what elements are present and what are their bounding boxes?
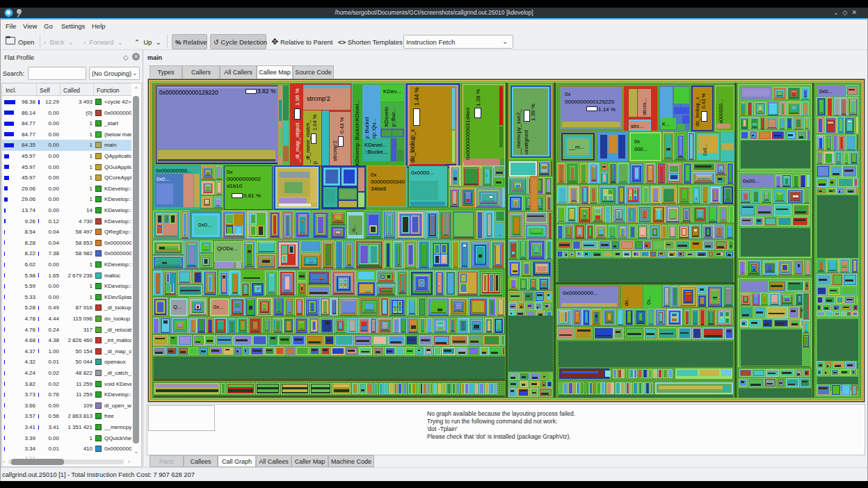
- svg-text:KDev...: KDev...: [383, 88, 401, 95]
- svg-text:0x0000000000129220: 0x0000000000129220: [159, 89, 218, 96]
- svg-text:1.39 %: 1.39 %: [530, 104, 536, 121]
- svg-text:0x0000...: 0x0000...: [411, 170, 434, 176]
- svg-text:00000000340: 00000000340: [371, 179, 405, 185]
- svg-text:0x...: 0x...: [646, 295, 651, 304]
- svg-text:1.96 %: 1.96 %: [294, 88, 300, 106]
- svg-text:0.43 %: 0.43 %: [701, 93, 706, 108]
- svg-text:0x0...: 0x0...: [198, 222, 212, 228]
- svg-text:0x0...: 0x0...: [702, 144, 707, 156]
- svg-text:KDevel...: KDevel...: [364, 142, 387, 148]
- svg-text:1.28 %: 1.28 %: [475, 89, 481, 106]
- svg-text:unaligned: unaligned: [523, 130, 529, 154]
- svg-text:0x: 0x: [227, 169, 232, 175]
- svg-text:strcmp'2: strcmp'2: [332, 140, 338, 161]
- svg-text:0x: 0x: [371, 172, 376, 178]
- svg-text:0x0...: 0x0...: [156, 176, 169, 182]
- svg-text:_in...: _in...: [351, 225, 357, 236]
- svg-text:0x00000000031d4e0: 0x00000000031d4e0: [465, 107, 471, 160]
- svg-text:0x: 0x: [634, 138, 640, 145]
- svg-text:_dl_map_object: _dl_map_object: [294, 122, 300, 163]
- svg-text:do...: do...: [624, 296, 629, 306]
- svg-text:strc...: strc...: [631, 123, 643, 129]
- svg-text:0x000000...: 0x000000...: [718, 99, 724, 127]
- svg-text:3.82 %: 3.82 %: [257, 88, 276, 95]
- svg-text:::Bucke...: ::Bucke...: [364, 149, 387, 155]
- svg-text:__memcpy_sse2_: __memcpy_sse2_: [515, 109, 522, 155]
- svg-text:p::Buc...: p::Buc...: [390, 107, 396, 127]
- svg-text:d1b10: d1b10: [227, 183, 243, 189]
- svg-text:34be8: 34be8: [371, 186, 387, 192]
- svg-text:1.44 %: 1.44 %: [413, 87, 420, 106]
- svg-text:0.43 %: 0.43 %: [339, 117, 345, 133]
- svg-text:strcm...: strcm...: [641, 98, 648, 115]
- svg-text:_dl_name_match_: _dl_name_match_: [305, 119, 311, 163]
- svg-text:1.14 %: 1.14 %: [598, 106, 616, 113]
- svg-text:0x0...: 0x0...: [819, 88, 832, 95]
- svg-text:000...: 000...: [634, 146, 648, 152]
- svg-text:0x000000000...: 0x000000000...: [156, 168, 192, 174]
- svg-text:do_lookup_x: do_lookup_x: [694, 97, 700, 127]
- svg-text:0x00...: 0x00...: [743, 178, 760, 184]
- svg-text:do_lookup_x: do_lookup_x: [409, 129, 416, 163]
- svg-text:0x00000000...: 0x00000000...: [563, 290, 598, 296]
- svg-text:00000000002: 00000000002: [227, 176, 261, 182]
- svg-text:0000000000129220: 0000000000129220: [565, 99, 615, 105]
- svg-text:KDevelop::Bucket<KDevel...: KDevelop::Bucket<KDevel...: [354, 100, 360, 165]
- svg-text:__m...: __m...: [568, 144, 584, 150]
- svg-text:0x: 0x: [565, 91, 570, 97]
- svg-text:1.04 %: 1.04 %: [312, 114, 318, 131]
- svg-text:Q...: Q...: [173, 304, 182, 310]
- svg-text:K...: K...: [662, 121, 670, 127]
- svg-text:QIODe...: QIODe...: [217, 245, 238, 252]
- svg-text:strcmp'2: strcmp'2: [307, 95, 330, 102]
- svg-text:0.61 %: 0.61 %: [243, 193, 261, 199]
- svg-text:p: p: [312, 161, 318, 164]
- svg-text:0x...: 0x...: [214, 304, 223, 310]
- svg-text:KDevelo: KDevelo: [383, 107, 389, 127]
